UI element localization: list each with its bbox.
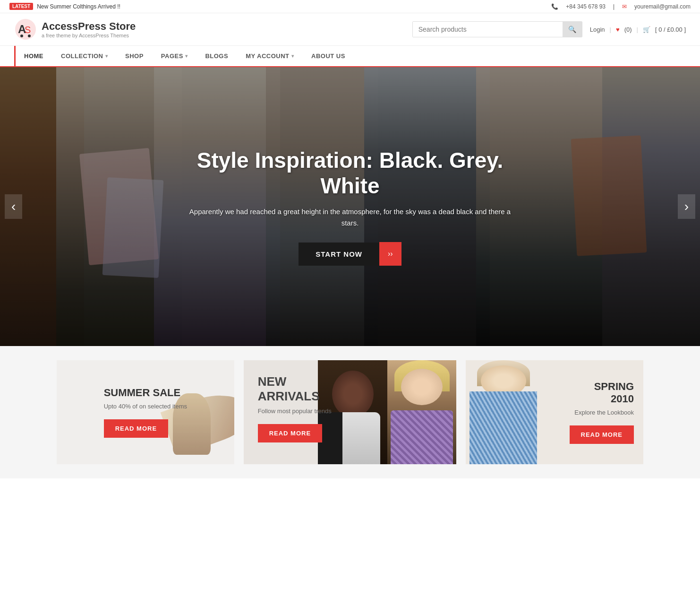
nav-aboutus-label: ABOUT US	[311, 52, 345, 60]
cart-link[interactable]: [ 0 / £0.00 ]	[655, 26, 686, 33]
nav-blogs-label: BLOGS	[205, 52, 228, 60]
contact-info: 📞 +84 345 678 93 | ✉ youremail@gmail.com	[551, 3, 691, 10]
search-bar: 🔍	[412, 21, 582, 37]
hero-cta-wrap: START NOW ››	[185, 242, 515, 266]
hero-cta-button[interactable]: START NOW	[299, 243, 379, 266]
summer-sale-btn[interactable]: READ MORE	[104, 419, 168, 438]
nav-item-myaccount[interactable]: MY ACCOUNT ▾	[237, 46, 302, 66]
hero-content: Style Inspiration: Black. Grey. White Ap…	[185, 147, 515, 266]
nav-shop-label: SHOP	[125, 52, 144, 60]
divider-1: |	[610, 26, 611, 33]
logo-area: A S AccessPress Store a free theme by Ac…	[14, 18, 136, 41]
heart-icon: ♥	[616, 26, 620, 33]
nav-item-shop[interactable]: SHOP	[116, 46, 152, 66]
hero-section: ‹ Style Inspiration: Black. Grey. White …	[0, 67, 700, 346]
wishlist-link[interactable]: (0)	[624, 26, 632, 33]
svg-text:S: S	[25, 25, 31, 35]
hero-title: Style Inspiration: Black. Grey. White	[185, 147, 515, 199]
separator: |	[613, 3, 615, 10]
nav-item-collection[interactable]: COLLECTION ▾	[52, 46, 116, 66]
announcement-text: New Summer Colthings Arrived !!	[37, 3, 120, 10]
hero-cta-arrow-button[interactable]: ››	[379, 242, 401, 266]
new-arrivals-title: NEW ARRIVALS	[258, 374, 332, 404]
hero-subtitle: Apparently we had reached a great height…	[185, 206, 515, 229]
promo-section: SUMMER SALE Upto 40% of on selected item…	[0, 346, 700, 478]
email-icon: ✉	[622, 3, 627, 10]
announcement-area: LATEST New Summer Colthings Arrived !!	[9, 3, 120, 10]
phone-link[interactable]: +84 345 678 93	[566, 3, 606, 10]
search-button[interactable]: 🔍	[563, 22, 582, 37]
spring-desc: Explore the Lookbook	[574, 409, 634, 416]
promo-card-summer-sale: SUMMER SALE Upto 40% of on selected item…	[57, 360, 234, 464]
nav-pages-label: PAGES	[161, 52, 183, 60]
logo-icon: A S	[14, 18, 37, 41]
nav-item-home[interactable]: HOME	[14, 46, 52, 66]
summer-sale-desc: Upto 40% of on selected items	[104, 403, 187, 410]
site-tagline: a free theme by AccessPress Themes	[42, 33, 136, 38]
new-arrivals-content: NEW ARRIVALS Follow most popular trends …	[244, 360, 346, 464]
header-right: 🔍 Login | ♥ (0) | 🛒 [ 0 / £0.00 ]	[412, 21, 686, 37]
logo-text: AccessPress Store a free theme by Access…	[42, 20, 136, 38]
site-title: AccessPress Store	[42, 20, 136, 33]
chevron-down-icon-account: ▾	[291, 53, 294, 59]
svg-point-4	[28, 35, 31, 37]
spring-content: SPRING 2010 Explore the Lookbook READ MO…	[541, 360, 643, 464]
new-arrivals-btn[interactable]: READ MORE	[258, 424, 322, 442]
phone-icon: 📞	[551, 3, 558, 10]
header-actions: Login | ♥ (0) | 🛒 [ 0 / £0.00 ]	[590, 26, 686, 33]
email-link[interactable]: youremail@gmail.com	[634, 3, 691, 10]
svg-point-3	[20, 35, 23, 37]
nav-collection-label: COLLECTION	[61, 52, 103, 60]
nav-myaccount-label: MY ACCOUNT	[246, 52, 289, 60]
spring-title: SPRING 2010	[594, 381, 634, 406]
chevron-down-icon-pages: ▾	[185, 53, 188, 59]
spring-btn[interactable]: READ MORE	[570, 425, 634, 444]
hero-prev-button[interactable]: ‹	[5, 194, 22, 219]
latest-badge: LATEST	[9, 3, 33, 10]
hero-next-button[interactable]: ›	[678, 194, 695, 219]
spring-woman-image	[466, 360, 541, 464]
nav-item-aboutus[interactable]: ABOUT US	[302, 46, 354, 66]
summer-sale-title: SUMMER SALE	[104, 387, 187, 399]
nav-home-label: HOME	[24, 52, 43, 60]
login-link[interactable]: Login	[590, 26, 605, 33]
top-bar: LATEST New Summer Colthings Arrived !! 📞…	[0, 0, 700, 13]
header: A S AccessPress Store a free theme by Ac…	[0, 13, 700, 46]
chevron-down-icon: ▾	[105, 53, 108, 59]
promo-card-summer-content: SUMMER SALE Upto 40% of on selected item…	[90, 373, 201, 452]
promo-card-new-arrivals: NEW ARRIVALS Follow most popular trends …	[244, 360, 457, 464]
search-input[interactable]	[413, 22, 563, 37]
cart-icon: 🛒	[643, 26, 650, 33]
promo-card-spring-2010: SPRING 2010 Explore the Lookbook READ MO…	[466, 360, 643, 464]
nav-item-pages[interactable]: PAGES ▾	[152, 46, 196, 66]
nav-item-blogs[interactable]: BLOGS	[196, 46, 237, 66]
new-arrivals-desc: Follow most popular trends	[258, 407, 332, 415]
main-nav: HOME COLLECTION ▾ SHOP PAGES ▾ BLOGS MY …	[0, 46, 700, 67]
divider-2: |	[637, 26, 638, 33]
